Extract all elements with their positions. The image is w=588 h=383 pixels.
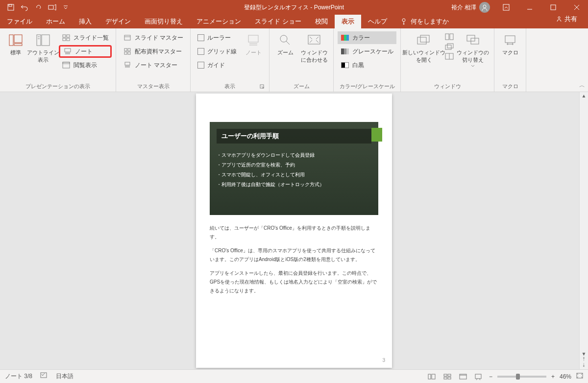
svg-rect-36 xyxy=(125,62,130,65)
svg-rect-35 xyxy=(128,52,130,54)
normal-view-button[interactable]: 標準 xyxy=(4,30,27,56)
tab-view[interactable]: 表示 xyxy=(335,15,361,28)
group-window: 新しいウィンドウ を開く ウィンドウの 切り替え ウィンドウ xyxy=(401,28,494,92)
grayscale-button[interactable]: グレースケール xyxy=(338,45,396,58)
slide-thumbnail: ユーザーの利用手順 スマホアプリをダウンロードして会員登録 アプリで近所の空室を… xyxy=(210,122,378,215)
minimize-button[interactable] xyxy=(518,0,541,15)
share-label: 共有 xyxy=(564,15,577,24)
tab-file[interactable]: ファイル xyxy=(0,15,39,28)
cascade-icon[interactable] xyxy=(445,43,454,52)
tab-animations[interactable]: アニメーション xyxy=(190,15,248,28)
scroll-down-button[interactable]: ▼ xyxy=(582,351,587,357)
zoom-level[interactable]: 46% xyxy=(560,373,571,380)
svg-rect-30 xyxy=(124,35,130,40)
arrange-all-icon[interactable] xyxy=(445,33,454,42)
notes-text[interactable]: 続いては、ユーザーが「CRO's Office」を利用するときの手順を説明します… xyxy=(210,224,378,295)
svg-rect-16 xyxy=(14,44,22,46)
editing-canvas[interactable]: ユーザーの利用手順 スマホアプリをダウンロードして会員登録 アプリで近所の空室を… xyxy=(0,92,588,369)
new-window-button[interactable]: 新しいウィンドウ を開く xyxy=(405,30,443,64)
color-icon xyxy=(341,33,349,42)
scroll-up-button[interactable]: ▲ xyxy=(582,93,587,98)
svg-rect-59 xyxy=(432,374,435,379)
ruler-checkbox[interactable]: ルーラー xyxy=(195,31,240,44)
status-bar: ノート 3/8 日本語 − + 46% xyxy=(0,369,588,383)
user-account[interactable]: 裕介 相澤 xyxy=(447,2,494,13)
guides-checkbox[interactable]: ガイド xyxy=(195,59,240,72)
spellcheck-icon[interactable] xyxy=(40,372,48,381)
page-indicator[interactable]: ノート 3/8 xyxy=(5,372,32,381)
notes-master-button[interactable]: ノート マスター xyxy=(120,59,186,72)
tab-slideshow[interactable]: スライド ショー xyxy=(248,15,308,28)
handout-master-button[interactable]: 配布資料マスター xyxy=(120,45,186,58)
start-from-beginning-button[interactable] xyxy=(46,1,58,13)
group-master-views: スライド マスター 配布資料マスター ノート マスター マスター表示 xyxy=(116,28,191,92)
maximize-button[interactable] xyxy=(542,0,564,15)
slide-master-button[interactable]: スライド マスター xyxy=(120,31,186,44)
zoom-button[interactable]: ズーム xyxy=(273,30,297,56)
group-label-show: 表示 xyxy=(195,82,265,91)
color-button[interactable]: カラー xyxy=(338,31,396,44)
svg-rect-28 xyxy=(63,62,70,68)
next-slide-button[interactable]: ⭳ xyxy=(582,362,586,367)
reading-view-button[interactable]: 閲覧表示 xyxy=(59,59,112,72)
svg-rect-21 xyxy=(63,35,66,37)
tab-transitions[interactable]: 画面切り替え xyxy=(138,15,190,28)
outline-view-icon xyxy=(35,32,51,48)
notes-pane-button[interactable]: ノート xyxy=(242,30,265,56)
macros-button[interactable]: マクロ xyxy=(498,30,522,56)
tell-me-search[interactable]: 何をしますか xyxy=(394,15,456,28)
switch-windows-button[interactable]: ウィンドウの 切り替え xyxy=(456,30,490,68)
svg-rect-47 xyxy=(420,35,429,42)
save-button[interactable] xyxy=(5,1,17,13)
group-label-window: ウィンドウ xyxy=(405,82,490,91)
zoom-slider[interactable] xyxy=(497,376,546,378)
svg-rect-23 xyxy=(63,38,66,41)
svg-rect-49 xyxy=(450,34,453,40)
notes-page-button[interactable]: ノート xyxy=(59,45,112,58)
svg-rect-63 xyxy=(448,377,451,379)
tab-home[interactable]: ホーム xyxy=(39,15,72,28)
notes-page[interactable]: ユーザーの利用手順 スマホアプリをダウンロードして会員登録 アプリで近所の空室を… xyxy=(196,94,392,368)
prev-slide-button[interactable]: ⭱ xyxy=(582,357,586,361)
ribbon-tabs: ファイル ホーム 挿入 デザイン 画面切り替え アニメーション スライド ショー… xyxy=(0,15,588,28)
tab-review[interactable]: 校閲 xyxy=(308,15,335,28)
close-button[interactable] xyxy=(565,0,588,15)
status-slideshow-button[interactable] xyxy=(473,372,484,381)
ribbon-display-options-button[interactable] xyxy=(495,0,517,15)
svg-rect-34 xyxy=(124,52,127,54)
tab-help[interactable]: ヘルプ xyxy=(361,15,394,28)
chevron-down-icon xyxy=(471,65,475,68)
language-indicator[interactable]: 日本語 xyxy=(56,372,74,381)
status-slide-sorter-button[interactable] xyxy=(442,372,453,381)
gridlines-checkbox[interactable]: グリッド線 xyxy=(195,45,240,58)
qat-customize-button[interactable] xyxy=(60,1,72,13)
svg-rect-24 xyxy=(67,38,70,41)
checkbox-icon xyxy=(197,48,204,55)
status-normal-view-button[interactable] xyxy=(426,372,437,381)
svg-rect-39 xyxy=(248,35,258,42)
vertical-scrollbar[interactable]: ▲ ▼ ⭱ ⭳ xyxy=(579,92,588,369)
zoom-in-button[interactable]: + xyxy=(551,373,555,380)
svg-rect-7 xyxy=(551,5,556,10)
status-reading-view-button[interactable] xyxy=(458,372,468,381)
slide-sorter-button[interactable]: スライド一覧 xyxy=(59,31,112,44)
group-label-zoom: ズーム xyxy=(273,82,329,91)
collapse-ribbon-button[interactable]: ︿ xyxy=(579,81,585,90)
fit-to-window-button[interactable]: ウィンドウ に合わせる xyxy=(299,30,329,64)
zoom-out-button[interactable]: − xyxy=(489,373,492,380)
group-label-master-views: マスター表示 xyxy=(120,82,186,91)
reading-view-icon xyxy=(62,61,71,70)
black-white-button[interactable]: 白黒 xyxy=(338,59,396,72)
redo-button[interactable] xyxy=(32,1,44,13)
fit-to-window-status-button[interactable] xyxy=(576,373,583,380)
show-dialog-launcher[interactable] xyxy=(259,84,265,90)
tab-design[interactable]: デザイン xyxy=(98,15,138,28)
tab-insert[interactable]: 挿入 xyxy=(72,15,98,28)
notes-master-icon xyxy=(123,61,132,70)
share-button[interactable]: 共有 xyxy=(549,15,584,24)
undo-button[interactable] xyxy=(19,1,30,13)
move-split-icon[interactable] xyxy=(445,53,454,62)
svg-rect-33 xyxy=(128,48,130,51)
outline-view-button[interactable]: アウトライン 表示 xyxy=(29,30,57,64)
svg-rect-46 xyxy=(417,37,426,44)
